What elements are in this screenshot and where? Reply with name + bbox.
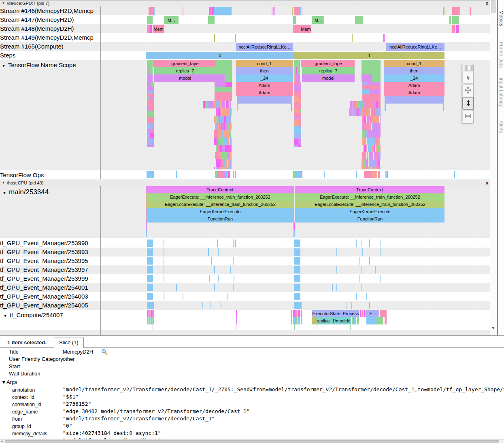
sidebar-tab-alerts[interactable]: Alerts (498, 121, 504, 133)
trace-slice-fragment[interactable] (165, 324, 165, 330)
trace-slice-fragment[interactable] (293, 317, 295, 324)
trace-slice-fragment[interactable] (214, 34, 215, 42)
trace-slice[interactable]: replica_1/model/t... (317, 317, 351, 324)
trace-slice-fragment[interactable] (371, 108, 372, 116)
trace-slice-fragment[interactable] (215, 87, 232, 92)
trace-slice-fragment[interactable] (356, 171, 357, 178)
trace-slice-fragment[interactable] (236, 317, 237, 324)
trace-slice-fragment[interactable] (147, 302, 154, 309)
trace-slice-fragment[interactable] (294, 67, 300, 74)
trace-slice-fragment[interactable] (301, 310, 302, 317)
trace-slice[interactable]: M... (164, 16, 179, 24)
trace-slice-fragment[interactable] (176, 284, 177, 291)
trace-slice-fragment[interactable] (302, 7, 302, 15)
trace-slice-fragment[interactable] (225, 74, 232, 82)
trace-slice-fragment[interactable] (237, 96, 292, 104)
trace-slice-fragment[interactable] (387, 171, 388, 178)
trace-slice-fragment[interactable] (222, 145, 225, 152)
trace-slice-fragment[interactable] (294, 302, 302, 309)
trace-slice-fragment[interactable] (470, 7, 471, 15)
trace-slice-fragment[interactable] (359, 275, 360, 282)
trace-slice-fragment[interactable] (298, 310, 300, 317)
trace-slice-fragment[interactable] (147, 171, 153, 178)
trace-slice-fragment[interactable] (364, 310, 366, 317)
trace-slice-fragment[interactable] (230, 266, 231, 273)
trace-slice-fragment[interactable] (456, 25, 459, 33)
trace-slice-fragment[interactable] (149, 317, 151, 324)
trace-slice-fragment[interactable] (364, 171, 372, 178)
trace-slice-fragment[interactable] (298, 95, 301, 99)
trace-slice-fragment[interactable] (385, 171, 387, 178)
trace-slice-fragment[interactable] (353, 108, 355, 116)
trace-slice-fragment[interactable] (375, 108, 381, 116)
trace-slice-fragment[interactable] (216, 145, 218, 152)
trace-slice-fragment[interactable] (362, 85, 381, 89)
trace-slice-fragment[interactable] (147, 82, 151, 87)
trace-slice-fragment[interactable] (298, 117, 301, 119)
trace-slice-fragment[interactable] (223, 130, 226, 138)
trace-slice-fragment[interactable] (362, 310, 364, 317)
trace-slice-fragment[interactable] (295, 310, 298, 317)
trace-slice-fragment[interactable] (218, 138, 223, 145)
trace-slice-fragment[interactable] (383, 34, 385, 42)
trace-slice-fragment[interactable] (378, 159, 380, 167)
trace-slice-fragment[interactable] (362, 60, 381, 67)
trace-slice-fragment[interactable] (362, 130, 365, 138)
trace-slice-fragment[interactable] (361, 266, 362, 273)
pan-tool-button[interactable] (462, 84, 473, 96)
trace-slice-fragment[interactable] (220, 108, 221, 116)
trace-slice-fragment[interactable] (294, 85, 301, 91)
trace-slice-fragment[interactable] (211, 257, 212, 265)
trace-slice-fragment[interactable] (216, 74, 225, 82)
trace-slice-fragment[interactable] (379, 152, 381, 159)
trace-slice-fragment[interactable] (454, 171, 455, 178)
trace-slice-fragment[interactable] (294, 82, 299, 85)
trace-slice-fragment[interactable] (347, 302, 347, 309)
trace-slice-fragment[interactable] (215, 116, 217, 123)
trace-slice-fragment[interactable] (336, 284, 337, 291)
trace-slice-fragment[interactable] (362, 138, 365, 145)
trace-slice[interactable]: cond_1 (384, 60, 444, 67)
trace-slice-fragment[interactable] (459, 7, 460, 15)
trace-slice-fragment[interactable] (226, 116, 231, 123)
trace-slice-fragment[interactable] (367, 116, 370, 123)
trace-slice-fragment[interactable] (452, 7, 459, 15)
trace-slice-fragment[interactable] (230, 138, 232, 145)
scroll-down-arrow-icon[interactable]: ▼ (491, 325, 496, 331)
trace-slice[interactable]: gradient_tape (302, 60, 355, 67)
trace-slice-fragment[interactable] (219, 116, 220, 123)
trace-slice[interactable]: gradient_tape (154, 60, 216, 67)
trace-slice-fragment[interactable] (350, 324, 351, 330)
cpu-collapse-arrow-icon[interactable]: ▼ (2, 181, 5, 184)
trace-slice-fragment[interactable] (230, 159, 232, 167)
trace-slice-fragment[interactable] (236, 324, 236, 330)
gpu-timeline[interactable]: Stream #146(MemcpyH2D,MemcpStream #147(M… (0, 6, 490, 179)
sidebar-tab-metrics[interactable]: Metrics (498, 11, 504, 26)
trace-slice-fragment[interactable] (385, 96, 444, 104)
trace-slice-fragment[interactable] (235, 34, 236, 42)
trace-slice-fragment[interactable] (221, 302, 221, 309)
trace-slice-fragment[interactable] (294, 128, 301, 134)
collapse-arrow-icon[interactable]: ▼ (2, 64, 6, 68)
trace-slice-fragment[interactable] (151, 129, 154, 133)
trace-slice[interactable]: TraceContext (295, 186, 444, 193)
trace-slice-fragment[interactable] (294, 293, 300, 300)
trace-slice-fragment[interactable] (147, 266, 153, 273)
trace-slice-fragment[interactable] (209, 275, 210, 282)
trace-slice[interactable]: 0 (146, 52, 294, 59)
trace-slice[interactable]: TraceContext (146, 186, 294, 193)
trace-slice-fragment[interactable] (147, 87, 154, 91)
trace-slice-fragment[interactable] (147, 145, 154, 147)
zoom-tool-button[interactable] (462, 97, 474, 110)
trace-slice-fragment[interactable] (230, 123, 232, 130)
trace-slice-fragment[interactable] (379, 101, 381, 108)
trace-slice[interactable]: EagerExecute: __inference_train_function… (296, 193, 444, 201)
trace-slice-fragment[interactable] (217, 101, 219, 108)
vertical-scrollbar[interactable]: ▼ (490, 0, 497, 335)
trace-slice-fragment[interactable] (294, 109, 299, 112)
trace-slice-fragment[interactable] (364, 145, 366, 152)
trace-slice-fragment[interactable] (219, 167, 227, 169)
trace-slice-fragment[interactable] (366, 145, 367, 152)
args-header[interactable]: ▼Args (1, 379, 17, 385)
trace-slice-fragment[interactable] (147, 284, 153, 291)
